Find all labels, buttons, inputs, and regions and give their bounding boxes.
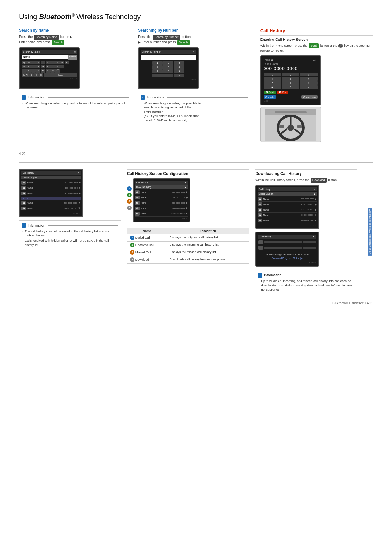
downloading-desc: Within the Call History screen, press th… — [255, 178, 357, 183]
search-button-number[interactable]: Search — [177, 40, 190, 45]
numpad-hash[interactable]: # — [300, 85, 317, 89]
call-num-1: 300-0000-0000 — [65, 182, 78, 184]
key-num-4[interactable]: 4 — [152, 65, 163, 69]
numpad-7[interactable]: 7 — [264, 81, 281, 85]
key-f[interactable]: F — [36, 65, 40, 68]
key-q[interactable]: Q — [22, 61, 26, 64]
key-a2[interactable]: A — [29, 73, 34, 77]
key-t[interactable]: T — [41, 61, 45, 64]
numpad-6[interactable]: 6 — [300, 77, 317, 81]
numpad-star[interactable]: ✱ — [264, 85, 281, 89]
search-by-number-button[interactable]: Search by Number — [153, 35, 180, 40]
key-1[interactable]: 1 — [34, 73, 39, 77]
key-a[interactable]: A — [22, 65, 26, 68]
key-num-dot[interactable]: . — [152, 74, 163, 77]
table-header-desc: Description — [167, 228, 249, 234]
config-screen-time: 12:00 ⊣ — [135, 217, 188, 220]
key-d[interactable]: D — [31, 65, 36, 68]
dl-screen1-up[interactable]: ▲ — [313, 193, 316, 195]
contacts-btn[interactable]: Contacts — [264, 95, 276, 99]
send-button[interactable]: Send — [309, 43, 319, 48]
call-name-4: Name — [27, 202, 63, 204]
connections-btn[interactable]: Connections — [301, 95, 318, 99]
key-s[interactable]: S — [26, 65, 31, 68]
key-m[interactable]: M — [50, 69, 55, 73]
search-by-name-col: Search by Name Press the Search by Name … — [19, 28, 138, 142]
numpad-9[interactable]: 9 — [300, 81, 317, 85]
bottom-col-3: Downloading Call History Within the Call… — [255, 169, 367, 295]
key-num-0[interactable]: 0 — [163, 74, 173, 77]
key-i[interactable]: I — [55, 61, 60, 64]
numpad-8[interactable]: 8 — [282, 81, 299, 85]
dl-progress-time: 12:00 ⊣ — [258, 259, 316, 264]
numpad-0[interactable]: 0 — [282, 85, 299, 89]
key-num-6[interactable]: 6 — [174, 65, 184, 69]
key-u[interactable]: U — [50, 61, 55, 64]
key-num-3[interactable]: 3 — [174, 61, 184, 65]
key-num-hash[interactable]: # — [174, 74, 184, 77]
downloading-info-title: i Information — [258, 273, 354, 278]
steering-wheel-image — [260, 107, 321, 142]
key-space[interactable]: Space — [44, 73, 77, 77]
config-scroll-up[interactable]: ▲ — [185, 186, 187, 188]
badge-4-wrapper: 4 — [127, 205, 132, 211]
search-by-name-button[interactable]: Search by Name — [34, 35, 59, 40]
key-k[interactable]: K — [55, 65, 60, 68]
call-history-main-title: Call History — [260, 28, 373, 33]
dl-screen1-header: Dialed Call(20) — [259, 193, 273, 195]
key-x[interactable]: X — [26, 69, 31, 73]
numpad-1[interactable]: 1 — [264, 73, 281, 76]
key-v[interactable]: V — [36, 69, 40, 73]
key-g[interactable]: G — [41, 65, 45, 68]
key-z[interactable]: Z — [22, 69, 26, 73]
search-button-name[interactable]: Search — [52, 40, 64, 45]
key-num-7[interactable]: 7 — [152, 69, 163, 73]
key-n[interactable]: N — [46, 69, 50, 73]
dl-screen2-title: Call History — [260, 236, 271, 238]
call-hist-row-5: ☎ Name 300-0000-0000 ▼ — [21, 206, 81, 211]
key-w[interactable]: W — [26, 61, 31, 64]
key-p[interactable]: P — [65, 61, 69, 64]
key-num-5[interactable]: 5 — [163, 65, 173, 69]
numpad-3[interactable]: 3 — [300, 73, 317, 76]
key-y[interactable]: Y — [46, 61, 50, 64]
call-end-btn[interactable]: ☎ End — [277, 91, 288, 94]
call-icon-3: ☎ — [21, 192, 26, 195]
numpad-2[interactable]: 2 — [282, 73, 299, 76]
number-input-field[interactable] — [141, 55, 196, 60]
svg-rect-7 — [297, 125, 302, 128]
call-num-3: 300-0000-0000 — [65, 192, 78, 194]
call-icon-4: ☎ — [21, 201, 26, 205]
key-backspace[interactable]: ⌫ — [55, 69, 60, 73]
key-c[interactable]: C — [31, 69, 36, 73]
key-r[interactable]: R — [36, 61, 40, 64]
dl-row-2: ☎ Name 300-0000-0000 ▶ — [258, 202, 317, 207]
call-send-btn[interactable]: ☎ Send — [264, 91, 276, 94]
key-e[interactable]: E — [31, 61, 36, 64]
numpad-5[interactable]: 5 — [282, 77, 299, 81]
key-num-2[interactable]: 2 — [163, 61, 173, 65]
key-j[interactable]: J — [50, 65, 55, 68]
key-l[interactable]: L — [60, 65, 64, 68]
delete-btn[interactable]: Delete — [68, 55, 77, 60]
call-hist-scroll-up[interactable]: ▲ — [77, 177, 79, 179]
key-b[interactable]: B — [41, 69, 45, 73]
key-o[interactable]: O — [60, 61, 64, 64]
key-h[interactable]: H — [46, 65, 50, 68]
name-input-field[interactable]: Name_ — [22, 55, 68, 59]
dl-row-5: ☎ Name 300-0000-0000 ▼ — [258, 218, 317, 223]
key-num-8[interactable]: 8 — [163, 69, 173, 73]
key-num-9[interactable]: 9 — [174, 69, 184, 73]
key-delall[interactable]: Del All — [22, 73, 29, 77]
call-arr-4: ▼ — [78, 201, 81, 204]
download-label[interactable]: Download — [23, 198, 31, 200]
key-num-1[interactable]: 1 — [152, 61, 163, 65]
downloading-info-1: Up to 20 dialed, incoming, and missed ca… — [258, 279, 354, 292]
numpad-4[interactable]: 4 — [264, 77, 281, 81]
download-button[interactable]: Download — [311, 178, 327, 183]
call-hist-screen-title: Call History — [23, 172, 34, 174]
phone-number: 000-0000-0000 — [264, 66, 318, 71]
call-num-2: 300-0000-0000 — [65, 187, 78, 189]
search-by-name-info: i Information When searching a number, i… — [19, 92, 132, 113]
progress-status-text: Download Progress: 20 Item(s) — [258, 257, 316, 259]
